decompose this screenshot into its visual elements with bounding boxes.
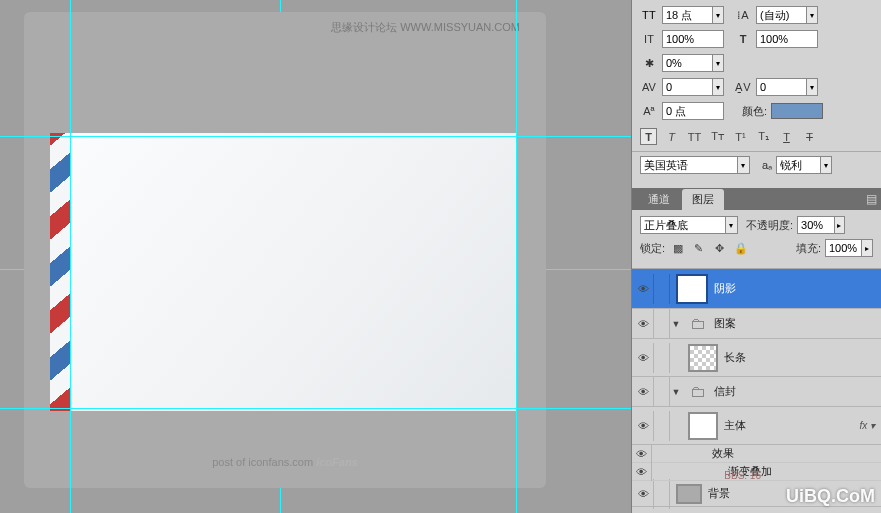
layer-thumbnail[interactable] xyxy=(676,484,702,504)
link-column[interactable] xyxy=(654,411,670,441)
fx-effects-row[interactable]: 👁效果 xyxy=(632,445,881,463)
kerning-field[interactable]: ▾ xyxy=(662,78,724,96)
layer-thumbnail[interactable] xyxy=(688,412,718,440)
italic-button[interactable]: T xyxy=(663,128,680,145)
horizontal-scale-field[interactable] xyxy=(756,30,818,48)
link-column[interactable] xyxy=(654,309,670,339)
layer-thumbnail[interactable] xyxy=(676,274,708,304)
opacity-label: 不透明度: xyxy=(746,218,793,233)
guide-vertical xyxy=(70,0,71,513)
layer-options: ▾ 不透明度: ▸ 锁定: ▩ ✎ ✥ 🔒 填充: ▸ xyxy=(632,210,881,269)
visibility-toggle[interactable]: 👁 xyxy=(634,479,654,509)
source-watermark-top: 思缘设计论坛 WWW.MISSYUAN.COM xyxy=(331,20,520,35)
lock-transparency-button[interactable]: ▩ xyxy=(669,240,686,257)
svg-text:T: T xyxy=(642,9,649,21)
tracking-icon: A̱V xyxy=(734,79,752,95)
link-column[interactable] xyxy=(654,479,670,509)
character-panel: TT ▾ ⁞A ▾ IT T ✱ ▾ AV ▾ A̱V ▾ Aª 颜色: T xyxy=(632,0,881,188)
lock-position-button[interactable]: ✥ xyxy=(711,240,728,257)
layer-name[interactable]: 图案 xyxy=(714,316,736,331)
vscale-icon: IT xyxy=(640,31,658,47)
font-size-field[interactable]: ▾ xyxy=(662,6,724,24)
disclosure-triangle[interactable]: ▼ xyxy=(670,319,682,329)
visibility-toggle[interactable]: 👁 xyxy=(634,274,654,304)
layer-name[interactable]: 长条 xyxy=(724,350,746,365)
envelope-stripe xyxy=(50,133,70,411)
fill-label: 填充: xyxy=(796,241,821,256)
smallcaps-button[interactable]: Tᴛ xyxy=(709,128,726,145)
allcaps-button[interactable]: TT xyxy=(686,128,703,145)
text-style-row: T T TT Tᴛ T¹ T₁ T T xyxy=(640,126,873,147)
visibility-toggle[interactable]: 👁 xyxy=(634,309,654,339)
svg-text:T: T xyxy=(649,9,656,21)
link-column[interactable] xyxy=(654,343,670,373)
link-column[interactable] xyxy=(654,377,670,407)
layer-name[interactable]: 信封 xyxy=(714,384,736,399)
lock-all-button[interactable]: 🔒 xyxy=(732,240,749,257)
visibility-toggle[interactable]: 👁 xyxy=(634,377,654,407)
dropdown-icon[interactable]: ▾ xyxy=(737,157,749,173)
dropdown-icon[interactable]: ▸ xyxy=(834,217,845,233)
disclosure-triangle[interactable]: ▼ xyxy=(670,387,682,397)
tab-channels[interactable]: 通道 xyxy=(638,189,680,210)
lock-pixels-button[interactable]: ✎ xyxy=(690,240,707,257)
fill-field[interactable]: ▸ xyxy=(825,239,873,257)
hscale-icon: T xyxy=(734,31,752,47)
vertical-scale-field[interactable] xyxy=(662,30,724,48)
strikethrough-button[interactable]: T xyxy=(801,128,818,145)
layer-row[interactable]: 👁 主体 fx ▾ xyxy=(632,407,881,445)
color-label: 颜色: xyxy=(742,104,767,119)
layer-row[interactable]: 👁 阴影 xyxy=(632,269,881,309)
baseline-shift-field[interactable] xyxy=(662,102,724,120)
antialias-select[interactable]: ▾ xyxy=(776,156,832,174)
tab-layers[interactable]: 图层 xyxy=(682,189,724,210)
language-select[interactable]: ▾ xyxy=(640,156,750,174)
source-watermark-bottom: post of iconfans.com icoFans xyxy=(212,456,358,468)
visibility-toggle[interactable]: 👁 xyxy=(634,411,654,441)
baseline-shift-icon: Aª xyxy=(640,103,658,119)
dropdown-icon[interactable]: ▾ xyxy=(806,7,817,23)
font-size-icon: TT xyxy=(640,7,658,23)
underline-button[interactable]: T xyxy=(778,128,795,145)
leading-field[interactable]: ▾ xyxy=(756,6,818,24)
visibility-toggle[interactable]: 👁 xyxy=(634,343,654,373)
opacity-field[interactable]: ▸ xyxy=(797,216,845,234)
layer-thumbnail[interactable] xyxy=(688,344,718,372)
dropdown-icon[interactable]: ▸ xyxy=(861,240,872,256)
layer-row[interactable]: 👁 背景 xyxy=(632,481,881,507)
dropdown-icon[interactable]: ▾ xyxy=(820,157,831,173)
fx-badge[interactable]: fx ▾ xyxy=(859,420,875,431)
layer-group-row[interactable]: 👁 ▼ 🗀 信封 xyxy=(632,377,881,407)
panel-menu-icon[interactable]: ▤ xyxy=(866,192,877,206)
dropdown-icon[interactable]: ▾ xyxy=(712,55,723,71)
folder-icon: 🗀 xyxy=(688,316,708,332)
folder-icon: 🗀 xyxy=(688,384,708,400)
layer-name[interactable]: 背景 xyxy=(708,486,730,501)
tracking-pct-field[interactable]: ▾ xyxy=(662,54,724,72)
dropdown-icon[interactable]: ▾ xyxy=(712,79,723,95)
text-color-swatch[interactable] xyxy=(771,103,823,119)
visibility-toggle[interactable]: 👁 xyxy=(632,463,652,481)
bbs-text: BBS: 16 xyxy=(724,470,761,481)
layer-name[interactable]: 阴影 xyxy=(714,281,736,296)
superscript-button[interactable]: T¹ xyxy=(732,128,749,145)
bold-button[interactable]: T xyxy=(640,128,657,145)
link-column[interactable] xyxy=(654,274,670,304)
blend-mode-select[interactable]: ▾ xyxy=(640,216,738,234)
separator xyxy=(632,151,881,152)
dropdown-icon[interactable]: ▾ xyxy=(725,217,737,233)
visibility-toggle[interactable]: 👁 xyxy=(632,445,652,463)
dropdown-icon[interactable]: ▾ xyxy=(806,79,817,95)
right-panel: TT ▾ ⁞A ▾ IT T ✱ ▾ AV ▾ A̱V ▾ Aª 颜色: T xyxy=(631,0,881,513)
layer-group-row[interactable]: 👁 ▼ 🗀 图案 xyxy=(632,309,881,339)
tracking-field[interactable]: ▾ xyxy=(756,78,818,96)
layer-row[interactable]: 👁 长条 xyxy=(632,339,881,377)
lock-label: 锁定: xyxy=(640,241,665,256)
layer-name[interactable]: 主体 xyxy=(724,418,746,433)
subscript-button[interactable]: T₁ xyxy=(755,128,772,145)
kerning-icon: AV xyxy=(640,79,658,95)
canvas-area[interactable]: 思缘设计论坛 WWW.MISSYUAN.COM post of iconfans… xyxy=(0,0,631,513)
guide-vertical xyxy=(516,0,517,513)
dropdown-icon[interactable]: ▾ xyxy=(712,7,723,23)
guide-horizontal xyxy=(0,408,631,409)
